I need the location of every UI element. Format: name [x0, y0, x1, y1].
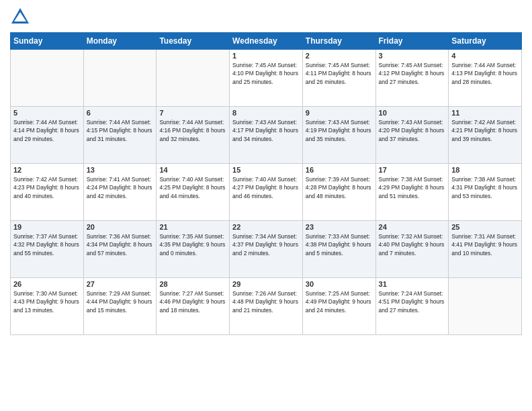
calendar-day-header: Saturday [449, 33, 522, 50]
calendar-cell [157, 50, 230, 107]
calendar-cell: 19Sunrise: 7:37 AM Sunset: 4:32 PM Dayli… [11, 221, 84, 278]
day-info: Sunrise: 7:41 AM Sunset: 4:24 PM Dayligh… [87, 175, 154, 200]
calendar-cell: 28Sunrise: 7:27 AM Sunset: 4:46 PM Dayli… [157, 278, 230, 335]
day-info: Sunrise: 7:38 AM Sunset: 4:29 PM Dayligh… [379, 175, 446, 200]
day-number: 26 [13, 280, 81, 288]
day-info: Sunrise: 7:45 AM Sunset: 4:10 PM Dayligh… [232, 61, 300, 86]
day-number: 1 [232, 52, 300, 60]
day-number: 28 [159, 280, 226, 288]
day-info: Sunrise: 7:37 AM Sunset: 4:32 PM Dayligh… [13, 232, 81, 257]
calendar-cell: 10Sunrise: 7:43 AM Sunset: 4:20 PM Dayli… [375, 107, 449, 164]
calendar-cell: 14Sunrise: 7:40 AM Sunset: 4:25 PM Dayli… [157, 164, 230, 221]
day-number: 11 [451, 109, 519, 117]
calendar-cell: 6Sunrise: 7:44 AM Sunset: 4:15 PM Daylig… [83, 107, 157, 164]
day-number: 22 [232, 223, 300, 231]
day-info: Sunrise: 7:36 AM Sunset: 4:34 PM Dayligh… [87, 232, 154, 257]
calendar-cell: 22Sunrise: 7:34 AM Sunset: 4:37 PM Dayli… [230, 221, 303, 278]
calendar-cell: 5Sunrise: 7:44 AM Sunset: 4:14 PM Daylig… [11, 107, 84, 164]
day-number: 15 [232, 166, 300, 174]
calendar-week-row: 19Sunrise: 7:37 AM Sunset: 4:32 PM Dayli… [11, 221, 522, 278]
calendar-cell: 1Sunrise: 7:45 AM Sunset: 4:10 PM Daylig… [230, 50, 303, 107]
day-info: Sunrise: 7:43 AM Sunset: 4:19 PM Dayligh… [306, 118, 373, 143]
day-info: Sunrise: 7:24 AM Sunset: 4:51 PM Dayligh… [379, 289, 446, 314]
day-number: 13 [87, 166, 154, 174]
day-number: 18 [451, 166, 519, 174]
calendar-cell: 23Sunrise: 7:33 AM Sunset: 4:38 PM Dayli… [302, 221, 375, 278]
calendar-cell [449, 278, 522, 335]
day-info: Sunrise: 7:29 AM Sunset: 4:44 PM Dayligh… [87, 289, 154, 314]
day-info: Sunrise: 7:43 AM Sunset: 4:20 PM Dayligh… [379, 118, 446, 143]
calendar-cell: 27Sunrise: 7:29 AM Sunset: 4:44 PM Dayli… [83, 278, 157, 335]
day-number: 10 [379, 109, 446, 117]
calendar-cell: 31Sunrise: 7:24 AM Sunset: 4:51 PM Dayli… [375, 278, 449, 335]
day-number: 29 [232, 280, 300, 288]
calendar-table: SundayMondayTuesdayWednesdayThursdayFrid… [10, 32, 522, 335]
calendar-cell [11, 50, 84, 107]
calendar-day-header: Monday [83, 33, 157, 50]
day-number: 3 [379, 52, 446, 60]
day-info: Sunrise: 7:27 AM Sunset: 4:46 PM Dayligh… [159, 289, 226, 314]
logo [10, 7, 32, 27]
day-number: 9 [306, 109, 373, 117]
calendar-page: SundayMondayTuesdayWednesdayThursdayFrid… [0, 0, 532, 411]
day-number: 17 [379, 166, 446, 174]
day-info: Sunrise: 7:45 AM Sunset: 4:11 PM Dayligh… [306, 61, 373, 86]
calendar-cell [83, 50, 157, 107]
day-info: Sunrise: 7:44 AM Sunset: 4:14 PM Dayligh… [13, 118, 81, 143]
calendar-day-header: Thursday [302, 33, 375, 50]
day-info: Sunrise: 7:34 AM Sunset: 4:37 PM Dayligh… [232, 232, 300, 257]
calendar-day-header: Wednesday [230, 33, 303, 50]
day-info: Sunrise: 7:32 AM Sunset: 4:40 PM Dayligh… [379, 232, 446, 257]
day-info: Sunrise: 7:40 AM Sunset: 4:25 PM Dayligh… [159, 175, 226, 200]
day-info: Sunrise: 7:42 AM Sunset: 4:23 PM Dayligh… [13, 175, 81, 200]
calendar-cell: 3Sunrise: 7:45 AM Sunset: 4:12 PM Daylig… [375, 50, 449, 107]
day-info: Sunrise: 7:43 AM Sunset: 4:17 PM Dayligh… [232, 118, 300, 143]
calendar-week-row: 26Sunrise: 7:30 AM Sunset: 4:43 PM Dayli… [11, 278, 522, 335]
calendar-cell: 16Sunrise: 7:39 AM Sunset: 4:28 PM Dayli… [302, 164, 375, 221]
page-header [10, 7, 522, 27]
calendar-cell: 18Sunrise: 7:38 AM Sunset: 4:31 PM Dayli… [449, 164, 522, 221]
day-number: 31 [379, 280, 446, 288]
day-number: 30 [306, 280, 373, 288]
day-number: 24 [379, 223, 446, 231]
day-info: Sunrise: 7:45 AM Sunset: 4:12 PM Dayligh… [379, 61, 446, 86]
calendar-week-row: 5Sunrise: 7:44 AM Sunset: 4:14 PM Daylig… [11, 107, 522, 164]
day-info: Sunrise: 7:31 AM Sunset: 4:41 PM Dayligh… [451, 232, 519, 257]
day-info: Sunrise: 7:40 AM Sunset: 4:27 PM Dayligh… [232, 175, 300, 200]
logo-icon [10, 7, 30, 27]
day-number: 27 [87, 280, 154, 288]
calendar-cell: 4Sunrise: 7:44 AM Sunset: 4:13 PM Daylig… [449, 50, 522, 107]
day-number: 23 [306, 223, 373, 231]
day-number: 4 [451, 52, 519, 60]
day-number: 8 [232, 109, 300, 117]
day-info: Sunrise: 7:44 AM Sunset: 4:15 PM Dayligh… [87, 118, 154, 143]
calendar-cell: 24Sunrise: 7:32 AM Sunset: 4:40 PM Dayli… [375, 221, 449, 278]
day-number: 6 [87, 109, 154, 117]
calendar-cell: 21Sunrise: 7:35 AM Sunset: 4:35 PM Dayli… [157, 221, 230, 278]
calendar-header-row: SundayMondayTuesdayWednesdayThursdayFrid… [11, 33, 522, 50]
day-info: Sunrise: 7:44 AM Sunset: 4:13 PM Dayligh… [451, 61, 519, 86]
calendar-day-header: Sunday [11, 33, 84, 50]
calendar-day-header: Friday [375, 33, 449, 50]
day-info: Sunrise: 7:35 AM Sunset: 4:35 PM Dayligh… [159, 232, 226, 257]
calendar-cell: 13Sunrise: 7:41 AM Sunset: 4:24 PM Dayli… [83, 164, 157, 221]
day-number: 12 [13, 166, 81, 174]
day-info: Sunrise: 7:39 AM Sunset: 4:28 PM Dayligh… [306, 175, 373, 200]
day-number: 19 [13, 223, 81, 231]
day-number: 20 [87, 223, 154, 231]
day-info: Sunrise: 7:30 AM Sunset: 4:43 PM Dayligh… [13, 289, 81, 314]
day-number: 7 [159, 109, 226, 117]
day-number: 2 [306, 52, 373, 60]
calendar-cell: 20Sunrise: 7:36 AM Sunset: 4:34 PM Dayli… [83, 221, 157, 278]
calendar-cell: 25Sunrise: 7:31 AM Sunset: 4:41 PM Dayli… [449, 221, 522, 278]
day-number: 5 [13, 109, 81, 117]
calendar-cell: 8Sunrise: 7:43 AM Sunset: 4:17 PM Daylig… [230, 107, 303, 164]
day-number: 14 [159, 166, 226, 174]
day-info: Sunrise: 7:38 AM Sunset: 4:31 PM Dayligh… [451, 175, 519, 200]
calendar-cell: 15Sunrise: 7:40 AM Sunset: 4:27 PM Dayli… [230, 164, 303, 221]
calendar-cell: 29Sunrise: 7:26 AM Sunset: 4:48 PM Dayli… [230, 278, 303, 335]
calendar-week-row: 12Sunrise: 7:42 AM Sunset: 4:23 PM Dayli… [11, 164, 522, 221]
day-info: Sunrise: 7:44 AM Sunset: 4:16 PM Dayligh… [159, 118, 226, 143]
calendar-cell: 11Sunrise: 7:42 AM Sunset: 4:21 PM Dayli… [449, 107, 522, 164]
calendar-day-header: Tuesday [157, 33, 230, 50]
